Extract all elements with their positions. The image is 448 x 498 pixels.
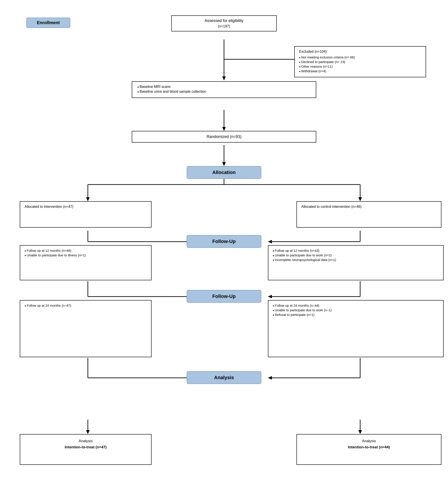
svg-marker-12 — [86, 197, 90, 201]
followup2-right-1: Unable to participate due to work (n–1) — [273, 308, 439, 312]
analysis-left-line2: Intention-to-treat (n=47) — [25, 445, 147, 450]
followup1-left-0: Follow up at 12 months (n=46) — [25, 249, 147, 252]
followup1-right-0: Follow up at 12 months (n=43) — [273, 249, 439, 252]
svg-marker-37 — [358, 430, 362, 434]
baseline-item-1: Baseline urine and blood sample collecti… — [137, 90, 311, 94]
left-analysis-box: Analysis Intention-to-treat (n=47) — [20, 434, 152, 465]
svg-marker-1 — [222, 77, 226, 80]
svg-marker-21 — [268, 240, 272, 243]
excluded-title: Excluded (n=104) — [299, 50, 421, 54]
left-followup1-box: Follow up at 12 months (n=46) Unable to … — [20, 245, 152, 280]
baseline-item-0: Baseline MRI scans — [137, 85, 311, 89]
svg-marker-6 — [222, 127, 226, 131]
excluded-item-1: Declined to participate (n= 23) — [299, 60, 421, 64]
followup2-left-0: Follow up at 24 months (n–47) — [25, 304, 147, 307]
followup1-right-2: Incomplete neuropsychological data (n=1) — [273, 258, 439, 262]
analysis-left-line1: Analysis — [25, 439, 147, 443]
excluded-item-0: Not meeting inclusion criteria (n= 66) — [299, 55, 421, 59]
randomized-text: Randomized (n=93) — [137, 134, 311, 139]
allocated-intervention-text: Allocated to intervention (n=47) — [25, 205, 147, 209]
svg-marker-8 — [222, 162, 226, 166]
svg-marker-15 — [358, 197, 362, 201]
followup2-box: Follow-Up — [187, 290, 261, 303]
svg-marker-33 — [268, 376, 272, 380]
right-followup1-box: Follow up at 12 months (n=43) Unable to … — [268, 245, 444, 280]
right-allocation-box: Allocated to control intervention (n=46) — [296, 201, 441, 227]
assessed-box: Assessed for eligibility (n=197) — [171, 15, 277, 32]
assessed-n: (n=197) — [175, 24, 273, 28]
left-followup2-box: Follow up at 24 months (n–47) — [20, 300, 152, 357]
excluded-box: Excluded (n=104) Not meeting inclusion c… — [294, 46, 426, 77]
randomized-box: Randomized (n=93) — [132, 131, 316, 143]
excluded-item-2: Other reasons (n=11) — [299, 64, 421, 68]
right-followup2-box: Follow up at 24 months (n–44) Unable to … — [268, 300, 444, 357]
left-allocation-box: Allocated to intervention (n=47) — [20, 201, 152, 227]
excluded-item-3: Withdrawal (n=4) — [299, 69, 421, 73]
allocated-control-text: Allocated to control intervention (n=46) — [301, 205, 437, 209]
right-analysis-box: Analysis Intention-to-treat (n=44) — [296, 434, 441, 465]
svg-marker-35 — [86, 430, 90, 434]
allocation-box: Allocation — [187, 166, 261, 179]
followup2-right-2: Refusal to participate (n=1) — [273, 313, 439, 317]
analysis-box: Analysis — [187, 371, 261, 384]
followup1-right-1: Unable to participate due to work (n=2) — [273, 253, 439, 257]
analysis-right-line1: Analysis — [301, 439, 437, 443]
followup2-right-0: Follow up at 24 months (n–44) — [273, 304, 439, 307]
enrollment-label: Enrollment — [26, 17, 70, 28]
followup1-box: Follow-Up — [187, 235, 261, 248]
followup1-left-1: Unable to participate due to illness (n=… — [25, 253, 147, 257]
baseline-box: Baseline MRI scans Baseline urine and bl… — [132, 81, 316, 98]
assessed-title: Assessed for eligibility — [175, 18, 273, 23]
analysis-right-line2: Intention-to-treat (n=44) — [301, 445, 437, 450]
svg-marker-27 — [268, 295, 272, 298]
